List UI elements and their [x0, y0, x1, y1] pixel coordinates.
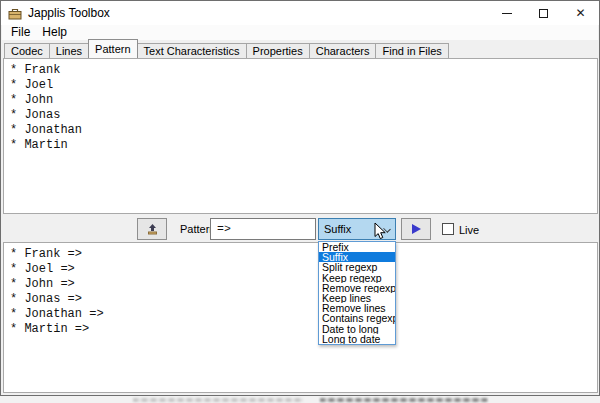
dropdown-option-date-to-long[interactable]: Date to long [319, 324, 395, 334]
dropdown-option-remove-regexp[interactable]: Remove regexp [319, 283, 395, 293]
tab-characters[interactable]: Characters [309, 43, 377, 58]
pattern-mode-dropdown: Prefix Suffix Split regexp Keep regexp R… [318, 241, 396, 345]
minimize-button[interactable] [488, 1, 525, 25]
dropdown-option-contains-regexp[interactable]: Contains regexp [319, 313, 395, 323]
pattern-input[interactable]: => [210, 218, 316, 240]
dropdown-option-keep-lines[interactable]: Keep lines [319, 293, 395, 303]
close-icon: ✕ [575, 7, 585, 19]
upload-icon [146, 223, 159, 236]
maximize-icon [539, 9, 548, 18]
input-text-area[interactable]: * Frank * Joel * John * Jonas * Jonathan… [3, 58, 598, 214]
tab-strip: Codec Lines Pattern Text Characteristics… [2, 40, 598, 58]
menu-help[interactable]: Help [36, 25, 73, 40]
window-title: Japplis Toolbox [28, 6, 110, 20]
output-text-area[interactable]: * Frank => * Joel => * John => * Jonas =… [3, 242, 598, 393]
menu-file[interactable]: File [5, 25, 36, 40]
desktop-sliver [0, 396, 600, 403]
dropdown-option-prefix[interactable]: Prefix [319, 242, 395, 252]
tab-find-in-files[interactable]: Find in Files [375, 43, 448, 58]
apply-pattern-button[interactable] [137, 218, 167, 240]
minimize-icon [502, 13, 512, 14]
live-checkbox[interactable] [442, 223, 454, 235]
tab-lines[interactable]: Lines [49, 43, 89, 58]
desktop-sliver-detail [320, 398, 488, 402]
title-bar: Japplis Toolbox ✕ [1, 1, 599, 25]
app-window: Japplis Toolbox ✕ File Help Codec Lines … [0, 0, 600, 396]
dropdown-option-split-regexp[interactable]: Split regexp [319, 262, 395, 272]
pattern-toolbar: Pattern: => Suffix Live [2, 215, 598, 242]
toolbox-icon [8, 7, 22, 20]
dropdown-option-remove-lines[interactable]: Remove lines [319, 303, 395, 313]
dropdown-option-suffix[interactable]: Suffix [319, 252, 395, 262]
dropdown-option-long-to-date[interactable]: Long to date [319, 334, 395, 344]
run-button[interactable] [401, 218, 431, 240]
menu-bar: File Help [2, 25, 598, 40]
close-button[interactable]: ✕ [562, 1, 599, 25]
tab-properties[interactable]: Properties [246, 43, 310, 58]
window-controls: ✕ [488, 1, 599, 25]
desktop-sliver-detail [133, 398, 303, 402]
dropdown-option-keep-regexp[interactable]: Keep regexp [319, 273, 395, 283]
live-checkbox-label: Live [459, 224, 479, 236]
tab-text-characteristics[interactable]: Text Characteristics [137, 43, 247, 58]
mouse-cursor-icon [374, 222, 387, 240]
play-icon [412, 224, 421, 234]
tab-pattern[interactable]: Pattern [88, 39, 137, 58]
maximize-button[interactable] [525, 1, 562, 25]
tab-codec[interactable]: Codec [4, 43, 50, 58]
combobox-value: Suffix [324, 223, 351, 235]
